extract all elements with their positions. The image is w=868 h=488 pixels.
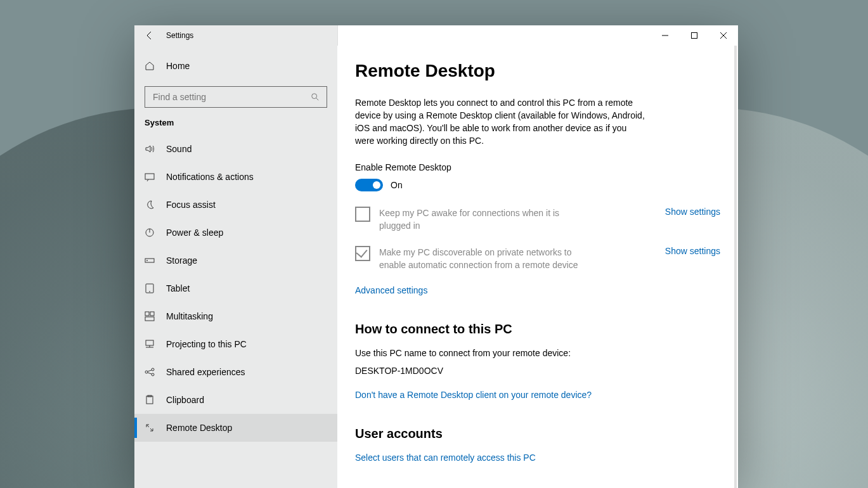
keep-awake-checkbox[interactable] <box>355 207 370 222</box>
sidebar-item-power-sleep[interactable]: Power & sleep <box>134 219 337 247</box>
scrollbar[interactable] <box>734 46 737 488</box>
svg-rect-0 <box>692 33 697 39</box>
no-client-link[interactable]: Don't have a Remote Desktop client on yo… <box>355 390 592 400</box>
clipboard-icon <box>145 395 155 405</box>
sidebar-item-label: Remote Desktop <box>166 423 232 433</box>
sidebar-item-label: Tablet <box>166 283 190 293</box>
discoverable-show-settings-link[interactable]: Show settings <box>665 246 720 256</box>
toggle-label: Enable Remote Desktop <box>355 162 720 172</box>
sidebar-item-label: Multitasking <box>166 311 213 321</box>
page-description: Remote Desktop lets you connect to and c… <box>355 96 647 147</box>
discoverable-checkbox[interactable] <box>355 246 370 261</box>
window-title: Settings <box>166 31 193 40</box>
settings-window: Settings Home System Sound <box>134 25 738 488</box>
sidebar-item-tablet[interactable]: Tablet <box>134 274 337 302</box>
svg-rect-14 <box>146 396 153 404</box>
remote-desktop-icon <box>145 423 155 433</box>
sidebar-item-focus-assist[interactable]: Focus assist <box>134 191 337 219</box>
projecting-icon <box>145 339 155 349</box>
shared-icon <box>145 367 155 377</box>
storage-icon <box>145 255 155 266</box>
sidebar-item-shared-experiences[interactable]: Shared experiences <box>134 358 337 386</box>
discoverable-label: Make my PC discoverable on private netwo… <box>379 246 582 271</box>
sidebar-item-sound[interactable]: Sound <box>134 135 337 163</box>
sidebar-item-label: Focus assist <box>166 200 216 210</box>
sidebar-section-header: System <box>134 113 337 135</box>
sidebar-item-notifications[interactable]: Notifications & actions <box>134 163 337 191</box>
user-accounts-heading: User accounts <box>355 427 720 441</box>
sidebar-item-label: Home <box>166 61 190 71</box>
svg-point-1 <box>312 94 317 99</box>
svg-point-5 <box>147 260 148 261</box>
sidebar-item-remote-desktop[interactable]: Remote Desktop <box>134 414 337 442</box>
pc-name: DESKTOP-1MD0OCV <box>355 366 720 376</box>
search-input[interactable] <box>145 86 327 108</box>
sidebar-item-label: Storage <box>166 255 197 266</box>
power-icon <box>145 228 155 238</box>
search-icon <box>310 92 320 102</box>
sidebar-item-label: Notifications & actions <box>166 172 254 182</box>
moon-icon <box>145 200 155 210</box>
sidebar-item-home[interactable]: Home <box>134 52 337 80</box>
svg-rect-2 <box>145 174 154 179</box>
connect-heading: How to connect to this PC <box>355 322 720 337</box>
notifications-icon <box>145 172 155 182</box>
sidebar: Home System Sound Notifications & action… <box>134 25 338 488</box>
svg-point-12 <box>152 368 154 371</box>
keep-awake-show-settings-link[interactable]: Show settings <box>665 207 720 217</box>
sidebar-item-label: Clipboard <box>166 395 204 405</box>
connect-instruction: Use this PC name to connect from your re… <box>355 348 720 358</box>
sidebar-item-clipboard[interactable]: Clipboard <box>134 386 337 414</box>
sidebar-item-label: Shared experiences <box>166 367 245 377</box>
back-button[interactable] <box>145 30 155 41</box>
page-title: Remote Desktop <box>355 61 720 81</box>
svg-rect-7 <box>145 312 149 316</box>
tablet-icon <box>145 283 155 293</box>
home-icon <box>145 61 155 71</box>
svg-point-13 <box>152 373 154 376</box>
keep-awake-label: Keep my PC awake for connections when it… <box>379 207 582 232</box>
select-users-link[interactable]: Select users that can remotely access th… <box>355 453 536 463</box>
title-bar: Settings <box>134 25 738 46</box>
close-button[interactable] <box>709 25 738 46</box>
svg-rect-10 <box>146 340 153 345</box>
multitasking-icon <box>145 311 155 321</box>
enable-remote-desktop-toggle[interactable] <box>355 179 383 191</box>
search-field[interactable] <box>152 91 310 103</box>
sidebar-item-label: Power & sleep <box>166 228 223 238</box>
sidebar-item-label: Sound <box>166 144 191 154</box>
content-area: Remote Desktop Remote Desktop lets you c… <box>337 46 738 488</box>
sidebar-item-label: Projecting to this PC <box>166 339 247 349</box>
sidebar-item-projecting[interactable]: Projecting to this PC <box>134 330 337 358</box>
minimize-button[interactable] <box>651 25 680 46</box>
advanced-settings-link[interactable]: Advanced settings <box>355 285 427 295</box>
sidebar-item-multitasking[interactable]: Multitasking <box>134 302 337 330</box>
maximize-button[interactable] <box>680 25 709 46</box>
sidebar-item-storage[interactable]: Storage <box>134 247 337 274</box>
svg-point-11 <box>145 371 148 373</box>
svg-rect-9 <box>145 317 154 321</box>
sound-icon <box>145 144 155 154</box>
svg-rect-8 <box>150 312 154 316</box>
toggle-state-text: On <box>391 180 403 190</box>
